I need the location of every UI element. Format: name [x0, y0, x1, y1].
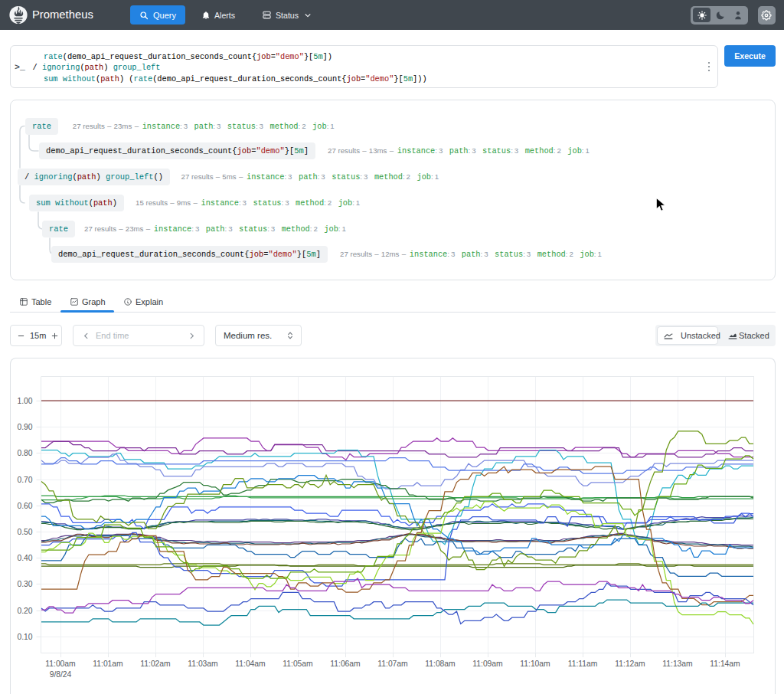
svg-text:0.10: 0.10 — [17, 633, 32, 641]
svg-text:11:12am: 11:12am — [615, 660, 645, 668]
svg-text:0.60: 0.60 — [17, 502, 32, 510]
svg-text:0.40: 0.40 — [17, 554, 32, 562]
svg-text:11:06am: 11:06am — [330, 660, 360, 668]
svg-text:9/8/24: 9/8/24 — [50, 670, 72, 679]
svg-text:0.80: 0.80 — [17, 449, 32, 457]
svg-text:0.70: 0.70 — [17, 476, 32, 484]
svg-text:11:09am: 11:09am — [472, 660, 502, 668]
svg-text:11:14am: 11:14am — [710, 660, 740, 668]
svg-text:11:00am: 11:00am — [45, 660, 75, 668]
svg-text:11:03am: 11:03am — [188, 660, 217, 668]
svg-text:11:02am: 11:02am — [140, 660, 170, 668]
svg-text:11:07am: 11:07am — [377, 660, 407, 668]
svg-text:0.90: 0.90 — [17, 423, 32, 431]
svg-text:11:04am: 11:04am — [235, 660, 265, 668]
svg-text:0.30: 0.30 — [17, 580, 32, 588]
svg-text:11:10am: 11:10am — [520, 660, 550, 668]
svg-text:11:05am: 11:05am — [283, 660, 312, 668]
svg-text:1.00: 1.00 — [17, 397, 32, 405]
svg-text:0.20: 0.20 — [17, 607, 32, 615]
svg-text:11:13am: 11:13am — [662, 660, 692, 668]
svg-text:11:01am: 11:01am — [93, 660, 122, 668]
svg-text:0.50: 0.50 — [17, 528, 32, 536]
svg-text:11:08am: 11:08am — [425, 660, 455, 668]
svg-text:11:11am: 11:11am — [568, 660, 598, 668]
